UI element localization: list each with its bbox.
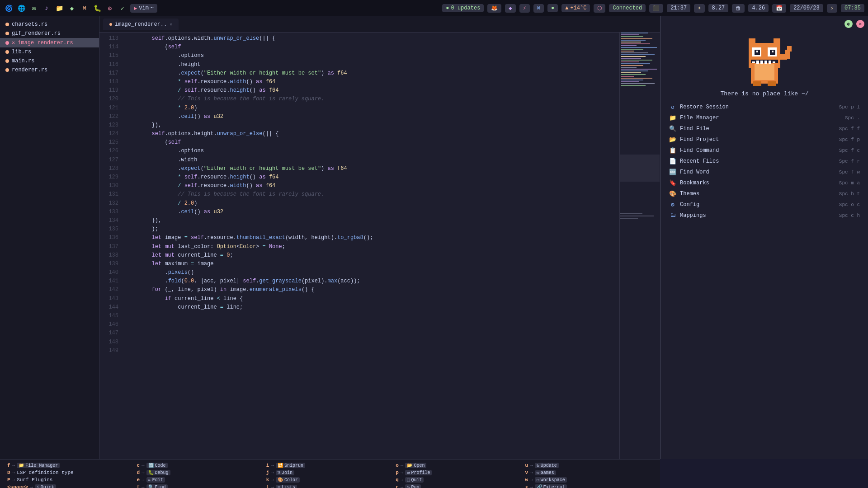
shortcut-c[interactable]: c → 🔡 Code [137, 462, 264, 469]
shortcut-j[interactable]: j → % Join [266, 469, 394, 476]
code-display[interactable]: self.options.width.unwrap_or_else(|| { (… [122, 33, 619, 459]
shortcut-i[interactable]: i → 🔁 Sniprun [266, 462, 394, 469]
right-bottom: NORMAL Empty 45% [660, 459, 868, 488]
svg-rect-47 [769, 61, 771, 64]
menu-item-find-command[interactable]: 📋 Find Command Spc f c [668, 145, 861, 156]
term-icon[interactable]: ✓ [118, 3, 127, 13]
shortcut-e[interactable]: e → ✏ Edit [137, 477, 264, 483]
files-icon[interactable]: 📁 [54, 3, 64, 13]
sidebar-item-gif[interactable]: gif_renderer.rs [0, 29, 99, 38]
shortcut-v[interactable]: v → ∞ Games [525, 469, 653, 476]
code-line: .pixels() [122, 268, 619, 277]
shortcut-d[interactable]: d → 🐛 Debug [137, 469, 264, 476]
svg-rect-32 [620, 216, 654, 216]
svg-rect-27 [621, 81, 639, 82]
code-line: }), [122, 121, 619, 130]
right-panel-header: ◐ ✕ [661, 16, 868, 32]
mappings-icon: 🗂 [669, 212, 676, 219]
menu-item-recent-files[interactable]: 📄 Recent Files Spc f r [668, 156, 861, 167]
file-dot [5, 32, 9, 35]
menu-item-find-project[interactable]: 📂 Find Project Spc f p [668, 134, 861, 145]
debug-icon[interactable]: 🐛 [92, 3, 102, 13]
code-line: / self.resource.height() as f64 [122, 86, 619, 95]
shortcut-u[interactable]: u → ↻ Update [525, 462, 653, 469]
nvim-icon[interactable]: ◆ [67, 3, 77, 13]
shortcut-p[interactable]: p → ⇄ Profile [396, 469, 523, 476]
panel-close-btn[interactable]: ✕ [856, 20, 864, 28]
bottom-left: f → 📁 File Manager c → 🔡 Code i → 🔁 Snip… [0, 459, 660, 488]
shortcut-r[interactable]: r → ▷ Run [396, 484, 523, 488]
file-dot [5, 68, 9, 72]
updates-badge[interactable]: ● 0 updates [442, 4, 484, 12]
shortcut-P[interactable]: P → Surf Plugins [7, 477, 135, 483]
rust-icon[interactable]: ⚙ [105, 3, 115, 13]
sidebar-item-image-renderer[interactable]: ✕ image_renderer.rs [0, 38, 99, 47]
status-indicator[interactable]: ● [547, 4, 558, 12]
code-line: self.options.width.unwrap_or_else(|| { [122, 34, 619, 43]
code-line: // This is because the font is rarely sq… [122, 95, 619, 103]
sidebar-item-main[interactable]: main.rs [0, 56, 99, 66]
shortcut-l[interactable]: l → ≡ Lists [266, 484, 394, 488]
shortcut-space[interactable]: <space> → ⚡ Quick [7, 484, 135, 488]
file-manager-icon: 📁 [669, 114, 676, 122]
code-line: current_line = line; [122, 303, 619, 312]
file-dot-modified [5, 41, 9, 45]
shortcut-o[interactable]: o → 📂 Open [396, 462, 523, 469]
svg-rect-7 [621, 45, 637, 46]
code-line: .height [122, 61, 619, 69]
battery-icon[interactable]: ⚡ [827, 4, 837, 13]
app-icon[interactable]: 🌀 [4, 3, 14, 13]
system-tray-1[interactable]: ◆ [505, 4, 515, 13]
shortcut-D[interactable]: D → LSP definition type [7, 469, 135, 476]
file-dot [5, 50, 9, 54]
code-line: .ceil() as u32 [122, 208, 619, 216]
network-icon[interactable]: ⬡ [594, 4, 605, 13]
config-icon: ⚙ [669, 201, 676, 208]
sidebar-item-charsets[interactable]: charsets.rs [0, 20, 99, 29]
panel-toggle-btn[interactable]: ◐ [844, 20, 853, 28]
time-badge: 21:37 [667, 4, 690, 12]
browser-icon[interactable]: 🌐 [16, 3, 26, 13]
vim-badge[interactable]: ▶ vim ~ [130, 4, 157, 13]
shortcut-k[interactable]: k → 🎨 Color [266, 477, 394, 483]
svg-rect-4 [621, 40, 646, 41]
menu-item-find-file[interactable]: 🔍 Find File Spc f f [668, 123, 861, 134]
temp-badge: ▲ +14°C [561, 4, 590, 12]
editor-content[interactable]: 113114115116117 118119120121122 12312412… [99, 33, 660, 459]
menu-item-bookmarks[interactable]: 🔖 Bookmarks Spc m a [668, 178, 861, 188]
editor-tab-image-renderer[interactable]: image_renderer.. ✕ [103, 19, 179, 30]
shortcut-f2[interactable]: f → 🔍 Find [137, 484, 264, 488]
code-line: * self.resource.width() as f64 [122, 78, 619, 86]
menu-item-restore[interactable]: ↺ Restore Session Spc p l [668, 102, 861, 113]
git-icon[interactable]: ⌘ [80, 3, 90, 13]
sidebar-item-renderer[interactable]: renderer.rs [0, 66, 99, 75]
menu-item-find-word[interactable]: 🔤 Find Word Spc f w [668, 167, 861, 178]
system-tray-2[interactable]: ⚡ [519, 4, 530, 13]
menu-list: ↺ Restore Session Spc p l 📁 File Manager… [661, 97, 868, 459]
firefox-icon[interactable]: 🦊 [487, 4, 501, 13]
svg-rect-16 [621, 61, 639, 62]
menu-item-config[interactable]: ⚙ Config Spc o c [668, 199, 861, 210]
mail-icon[interactable]: ✉ [29, 3, 39, 13]
brightness-icon[interactable]: ☀ [694, 4, 704, 13]
code-line: * self.resource.height() as f64 [122, 173, 619, 182]
shortcut-f[interactable]: f → 📁 File Manager [7, 462, 135, 469]
svg-rect-6 [621, 43, 650, 44]
tab-close-btn[interactable]: ✕ [170, 22, 172, 27]
redshift-icon[interactable]: ⬛ [649, 4, 663, 13]
shortcut-x[interactable]: x → 🔗 External [525, 484, 653, 488]
svg-rect-43 [752, 61, 755, 63]
system-tray-3[interactable]: ⌘ [533, 4, 544, 13]
trash-icon[interactable]: 🗑 [732, 4, 745, 13]
code-line: .width [122, 156, 619, 164]
music-icon[interactable]: ♪ [42, 3, 52, 13]
shortcut-q[interactable]: q → ⬚ Quit [396, 477, 523, 483]
sidebar-item-lib[interactable]: lib.rs [0, 47, 99, 56]
calendar-icon[interactable]: 📅 [772, 4, 786, 13]
menu-item-themes[interactable]: 🎨 Themes Spc h t [668, 188, 861, 199]
menu-item-mappings[interactable]: 🗂 Mappings Spc c h [668, 210, 861, 221]
shortcut-w[interactable]: w → ◻ Workspace [525, 477, 653, 483]
code-line: .expect("Either width or height must be … [122, 69, 619, 78]
menu-item-file-manager[interactable]: 📁 File Manager Spc . [668, 113, 861, 123]
svg-rect-0 [621, 33, 648, 33]
